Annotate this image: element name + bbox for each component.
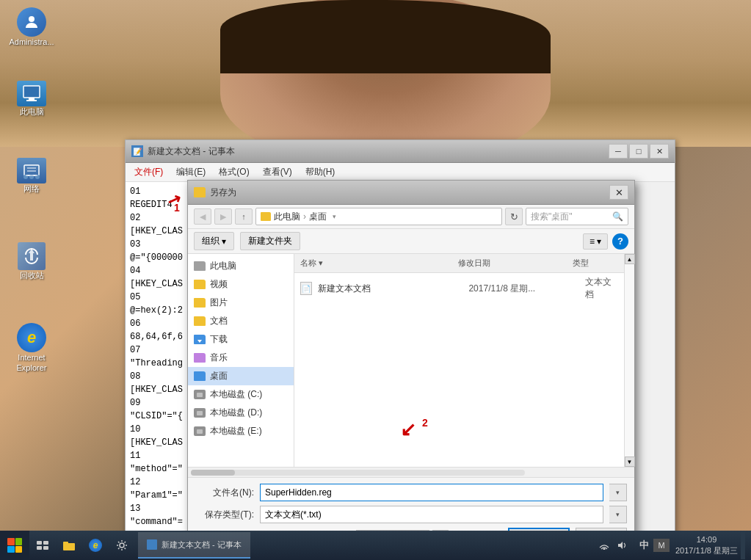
nav-item-desktop[interactable]: 桌面 [188, 367, 294, 385]
taskbar-notepad-item[interactable]: 新建文本文档 - 记事本 [138, 532, 250, 559]
clock-date: 2017/11/8 星期三 [675, 545, 738, 556]
tray-lang-area: 中 M [633, 539, 672, 552]
nav-item-drive-d-label: 本地磁盘 (D:) [210, 407, 262, 419]
saveas-forward-btn[interactable]: ▶ [214, 208, 232, 225]
nav-item-this-pc[interactable]: 此电脑 [188, 257, 294, 275]
h-scroll-thumb[interactable] [191, 470, 235, 476]
nav-item-pictures[interactable]: 图片 [188, 294, 294, 312]
notepad-menu-format[interactable]: 格式(O) [213, 164, 255, 180]
notepad-minimize-btn[interactable]: ─ [609, 144, 628, 159]
taskbar-ie-icon: e [89, 539, 102, 552]
nav-item-this-pc-label: 此电脑 [210, 260, 236, 272]
filename-dropdown-arrow[interactable]: ▾ [609, 484, 627, 501]
desktop-icon-admin[interactable]: Administra... [6, 7, 57, 47]
tray-volume-icon[interactable] [614, 537, 630, 553]
help-btn[interactable]: ? [612, 233, 628, 250]
start-icon-q3 [7, 546, 15, 553]
new-folder-label: 新建文件夹 [248, 236, 292, 246]
notepad-menu-help[interactable]: 帮助(H) [300, 164, 341, 180]
saveas-nav-pane: 此电脑 视频 图片 文档 下载 [188, 254, 294, 467]
horizontal-scrollbar [188, 467, 634, 477]
notepad-maximize-btn[interactable]: □ [629, 144, 648, 159]
show-desktop-btn[interactable] [741, 531, 745, 559]
saveas-refresh-btn[interactable]: ↻ [505, 208, 523, 225]
saveas-dialog: 另存为 ✕ ◀ ▶ ↑ 此电脑 › 桌面 ▾ ↻ 搜索"桌面" 🔍 [187, 180, 635, 556]
saveas-search-bar[interactable]: 搜索"桌面" 🔍 [526, 208, 628, 225]
computer-icon-label: 此电脑 [20, 106, 44, 117]
nav-item-drive-e-label: 本地磁盘 (E:) [210, 425, 262, 437]
annotation-num-1: 1 [174, 202, 180, 214]
taskbar-settings-btn[interactable] [109, 532, 135, 559]
svg-rect-17 [63, 542, 68, 545]
desktop-icon-computer[interactable]: 此电脑 [6, 81, 57, 117]
svg-rect-4 [24, 165, 39, 175]
taskbar-notepad-label: 新建文本文档 - 记事本 [162, 539, 242, 550]
saveas-back-btn[interactable]: ◀ [194, 208, 211, 225]
filetype-dropdown-arrow[interactable]: ▾ [609, 506, 627, 523]
taskbar-file-explorer-btn[interactable] [56, 532, 82, 559]
col-date-label: 修改日期 [458, 258, 490, 269]
breadcrumb-dropdown-arrow[interactable]: ▾ [333, 213, 336, 220]
saveas-close-btn[interactable]: ✕ [609, 185, 628, 200]
view-dropdown-icon: ▾ [597, 236, 601, 247]
view-btn[interactable]: ≡ ▾ [583, 233, 608, 250]
annotation-arrow-2: ↙ [400, 418, 416, 441]
svg-marker-20 [618, 542, 623, 549]
notepad-menu-view[interactable]: 查看(V) [257, 164, 298, 180]
notepad-content-area[interactable]: 01 REGEDIT4 02 [HKEY_CLAS 03 @="{000000 … [126, 182, 187, 542]
desktop-icon-network[interactable]: 网络 [6, 158, 57, 194]
notepad-title: 新建文本文档 - 记事本 [148, 145, 235, 158]
start-icon [7, 538, 22, 553]
saveas-folder-icon [194, 187, 206, 197]
nav-item-pictures-label: 图片 [210, 297, 228, 309]
annotation-num-2: 2 [422, 417, 428, 429]
nav-item-video[interactable]: 视频 [188, 275, 294, 294]
notepad-menu-edit[interactable]: 编辑(E) [170, 164, 211, 180]
file-scroll-up[interactable]: ▲ [625, 254, 635, 264]
file-scroll-down[interactable]: ▼ [625, 457, 635, 467]
nav-item-drive-e[interactable]: 本地磁盘 (E:) [188, 422, 294, 440]
notepad-window-controls: ─ □ ✕ [609, 144, 669, 159]
breadcrumb-desktop: 桌面 [309, 211, 327, 223]
tray-input-mode: M [658, 541, 664, 550]
desktop-icon-recycle[interactable]: 回收站 [6, 242, 57, 280]
notepad-titlebar: 📝 新建文本文档 - 记事本 ─ □ ✕ [126, 140, 675, 163]
notepad-close-btn[interactable]: ✕ [650, 144, 669, 159]
notepad-menu-file[interactable]: 文件(F) [128, 164, 169, 180]
taskbar-ie-btn[interactable]: e [82, 532, 109, 559]
ie-icon: e [17, 323, 46, 352]
h-scroll-track[interactable] [191, 470, 525, 476]
tray-input-indicator[interactable]: M [653, 539, 670, 552]
saveas-up-btn[interactable]: ↑ [235, 208, 253, 225]
filename-input[interactable] [260, 484, 603, 501]
file-list-header: 名称 ▾ 修改日期 类型 [294, 254, 624, 273]
tray-network-icon[interactable] [596, 537, 612, 553]
tray-lang-label[interactable]: 中 [636, 539, 652, 552]
nav-item-downloads[interactable]: 下载 [188, 330, 294, 349]
file-item-new-doc[interactable]: 📄 新建文本文档 2017/11/8 星期... 文本文档 [294, 273, 624, 304]
svg-rect-15 [43, 546, 48, 550]
taskbar-clock[interactable]: 14:09 2017/11/8 星期三 [675, 534, 738, 557]
col-header-name[interactable]: 名称 ▾ [294, 256, 452, 270]
svg-rect-14 [37, 546, 42, 550]
desktop-icon-ie[interactable]: e Internet Explorer [6, 323, 57, 374]
col-header-type[interactable]: 类型 [567, 256, 624, 270]
search-icon: 🔍 [612, 211, 623, 222]
taskbar-task-view-btn[interactable] [29, 532, 56, 559]
nav-item-docs[interactable]: 文档 [188, 312, 294, 330]
start-button[interactable] [0, 531, 29, 560]
nav-item-drive-d[interactable]: 本地磁盘 (D:) [188, 404, 294, 422]
filename-row: 文件名(N): ▾ [195, 484, 627, 501]
new-folder-btn[interactable]: 新建文件夹 [240, 232, 300, 250]
file-list-scrollbar[interactable]: ▲ ▼ [624, 254, 634, 467]
nav-item-drive-c[interactable]: 本地磁盘 (C:) [188, 385, 294, 404]
col-header-date[interactable]: 修改日期 [452, 256, 567, 270]
nav-item-music[interactable]: 音乐 [188, 349, 294, 367]
filetype-value: 文本文档(*.txt) [265, 509, 322, 521]
filetype-display[interactable]: 文本文档(*.txt) [260, 506, 603, 523]
organize-btn[interactable]: 组织 ▾ [194, 232, 234, 250]
file-item-type: 文本文档 [585, 276, 618, 301]
svg-point-18 [120, 543, 124, 548]
breadcrumb-bar[interactable]: 此电脑 › 桌面 ▾ [255, 208, 502, 225]
col-type-label: 类型 [573, 258, 589, 269]
